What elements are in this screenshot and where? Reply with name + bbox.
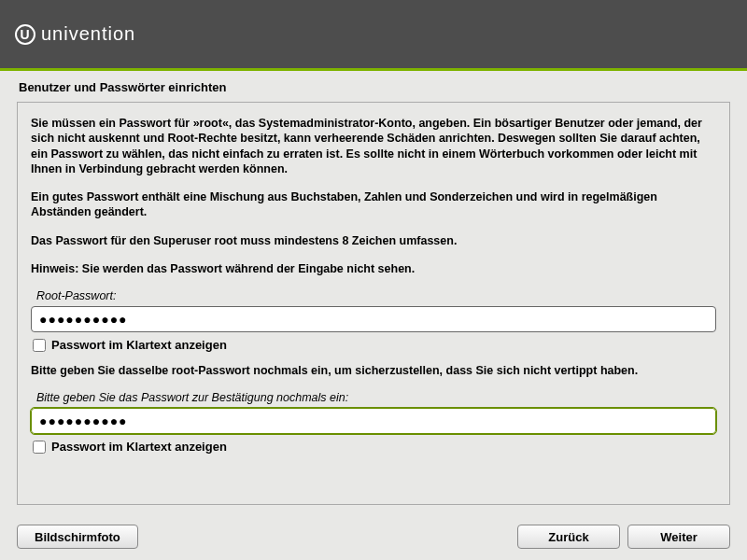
show-password-checkbox-2[interactable]	[33, 441, 46, 454]
back-button[interactable]: Zurück	[517, 525, 620, 549]
root-password-input[interactable]	[31, 306, 716, 332]
screenshot-button[interactable]: Bildschirmfoto	[17, 525, 138, 549]
visibility-note: Hinweis: Sie werden das Passwort während…	[31, 261, 716, 276]
intro-paragraph-2: Ein gutes Passwort enthält eine Mischung…	[31, 189, 716, 220]
confirm-password-input[interactable]	[31, 408, 716, 434]
confirm-paragraph: Bitte geben Sie dasselbe root-Passwort n…	[31, 363, 716, 378]
show-password-label-1[interactable]: Passwort im Klartext anzeigen	[51, 338, 227, 352]
show-password-label-2[interactable]: Passwort im Klartext anzeigen	[51, 440, 227, 454]
page-title: Benutzer und Passwörter einrichten	[0, 71, 747, 102]
intro-paragraph-1: Sie müssen ein Passwort für »root«, das …	[31, 116, 716, 176]
header: U univention	[0, 0, 747, 71]
root-password-label: Root-Passwort:	[36, 289, 716, 302]
button-bar: Bildschirmfoto Zurück Weiter	[17, 525, 730, 549]
brand-logo: U univention	[15, 23, 135, 45]
brand-text: univention	[41, 23, 135, 45]
univention-icon: U	[15, 24, 35, 45]
min-length-note: Das Passwort für den Superuser root muss…	[31, 233, 716, 248]
confirm-password-label: Bitte geben Sie das Passwort zur Bestäti…	[36, 391, 716, 404]
next-button[interactable]: Weiter	[627, 525, 730, 549]
content-panel: Sie müssen ein Passwort für »root«, das …	[17, 102, 730, 505]
show-password-checkbox-1[interactable]	[33, 339, 46, 352]
